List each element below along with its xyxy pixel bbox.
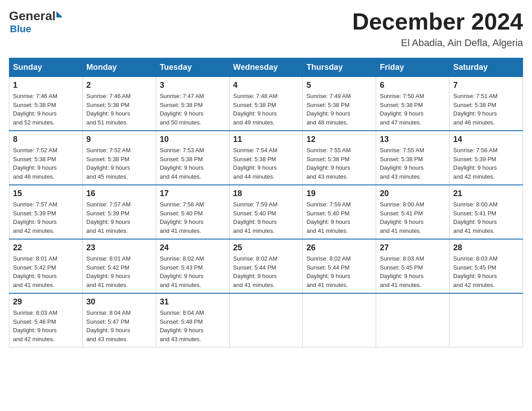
- calendar-cell: 8Sunrise: 7:52 AMSunset: 5:38 PMDaylight…: [9, 131, 83, 185]
- col-header-friday: Friday: [376, 58, 450, 77]
- day-info: Sunrise: 7:48 AMSunset: 5:38 PMDaylight:…: [233, 92, 299, 127]
- day-info: Sunrise: 7:57 AMSunset: 5:39 PMDaylight:…: [13, 200, 79, 235]
- calendar-cell: [229, 293, 303, 347]
- calendar-week-row: 22Sunrise: 8:01 AMSunset: 5:42 PMDayligh…: [9, 239, 523, 293]
- calendar-cell: 26Sunrise: 8:02 AMSunset: 5:44 PMDayligh…: [303, 239, 376, 293]
- day-number: 5: [306, 81, 372, 90]
- calendar-week-row: 8Sunrise: 7:52 AMSunset: 5:38 PMDaylight…: [9, 131, 523, 185]
- calendar-cell: [450, 293, 523, 347]
- logo-triangle-icon: [56, 11, 63, 17]
- day-number: 25: [233, 243, 299, 253]
- day-number: 7: [453, 81, 519, 90]
- day-info: Sunrise: 7:49 AMSunset: 5:38 PMDaylight:…: [306, 92, 372, 127]
- day-info: Sunrise: 7:53 AMSunset: 5:38 PMDaylight:…: [160, 146, 226, 181]
- day-number: 1: [13, 81, 79, 90]
- calendar-cell: 18Sunrise: 7:59 AMSunset: 5:40 PMDayligh…: [229, 185, 303, 239]
- calendar-cell: 9Sunrise: 7:52 AMSunset: 5:38 PMDaylight…: [82, 131, 156, 185]
- day-info: Sunrise: 8:04 AMSunset: 5:48 PMDaylight:…: [160, 308, 226, 343]
- calendar-cell: 11Sunrise: 7:54 AMSunset: 5:38 PMDayligh…: [229, 131, 303, 185]
- day-info: Sunrise: 7:52 AMSunset: 5:38 PMDaylight:…: [13, 146, 79, 181]
- calendar-cell: 29Sunrise: 8:03 AMSunset: 5:46 PMDayligh…: [9, 293, 83, 347]
- day-info: Sunrise: 7:46 AMSunset: 5:38 PMDaylight:…: [86, 92, 152, 127]
- logo: General Blue: [9, 9, 63, 35]
- day-info: Sunrise: 7:47 AMSunset: 5:38 PMDaylight:…: [160, 92, 226, 127]
- calendar-table: SundayMondayTuesdayWednesdayThursdayFrid…: [9, 58, 523, 347]
- day-number: 14: [453, 135, 519, 144]
- day-number: 23: [86, 243, 152, 253]
- calendar-week-row: 15Sunrise: 7:57 AMSunset: 5:39 PMDayligh…: [9, 185, 523, 239]
- logo-general: General: [9, 9, 56, 23]
- day-info: Sunrise: 7:46 AMSunset: 5:38 PMDaylight:…: [13, 92, 79, 127]
- day-info: Sunrise: 8:03 AMSunset: 5:45 PMDaylight:…: [453, 254, 519, 289]
- calendar-cell: 15Sunrise: 7:57 AMSunset: 5:39 PMDayligh…: [9, 185, 83, 239]
- calendar-cell: [303, 293, 376, 347]
- calendar-week-row: 1Sunrise: 7:46 AMSunset: 5:38 PMDaylight…: [9, 77, 523, 131]
- day-info: Sunrise: 8:02 AMSunset: 5:44 PMDaylight:…: [233, 254, 299, 289]
- calendar-cell: 31Sunrise: 8:04 AMSunset: 5:48 PMDayligh…: [156, 293, 229, 347]
- day-number: 16: [86, 189, 152, 198]
- day-number: 11: [233, 135, 299, 144]
- calendar-cell: 7Sunrise: 7:51 AMSunset: 5:38 PMDaylight…: [450, 77, 523, 131]
- day-info: Sunrise: 7:59 AMSunset: 5:40 PMDaylight:…: [306, 200, 372, 235]
- calendar-cell: 17Sunrise: 7:58 AMSunset: 5:40 PMDayligh…: [156, 185, 229, 239]
- calendar-cell: 2Sunrise: 7:46 AMSunset: 5:38 PMDaylight…: [82, 77, 156, 131]
- day-number: 15: [13, 189, 79, 198]
- calendar-cell: 22Sunrise: 8:01 AMSunset: 5:42 PMDayligh…: [9, 239, 83, 293]
- calendar-cell: [376, 293, 450, 347]
- col-header-monday: Monday: [82, 58, 156, 77]
- day-number: 28: [453, 243, 519, 253]
- day-info: Sunrise: 8:00 AMSunset: 5:41 PMDaylight:…: [380, 200, 446, 235]
- day-number: 8: [13, 135, 79, 144]
- day-info: Sunrise: 8:04 AMSunset: 5:47 PMDaylight:…: [86, 308, 152, 343]
- calendar-cell: 3Sunrise: 7:47 AMSunset: 5:38 PMDaylight…: [156, 77, 229, 131]
- day-info: Sunrise: 8:01 AMSunset: 5:42 PMDaylight:…: [13, 254, 79, 289]
- calendar-header-row: SundayMondayTuesdayWednesdayThursdayFrid…: [9, 58, 523, 77]
- col-header-thursday: Thursday: [303, 58, 376, 77]
- calendar-cell: 20Sunrise: 8:00 AMSunset: 5:41 PMDayligh…: [376, 185, 450, 239]
- day-info: Sunrise: 7:54 AMSunset: 5:38 PMDaylight:…: [233, 146, 299, 181]
- day-info: Sunrise: 8:02 AMSunset: 5:43 PMDaylight:…: [160, 254, 226, 289]
- calendar-cell: 14Sunrise: 7:56 AMSunset: 5:39 PMDayligh…: [450, 131, 523, 185]
- day-info: Sunrise: 7:56 AMSunset: 5:39 PMDaylight:…: [453, 146, 519, 181]
- calendar-cell: 13Sunrise: 7:55 AMSunset: 5:38 PMDayligh…: [376, 131, 450, 185]
- day-info: Sunrise: 7:50 AMSunset: 5:38 PMDaylight:…: [380, 92, 446, 127]
- day-info: Sunrise: 7:55 AMSunset: 5:38 PMDaylight:…: [380, 146, 446, 181]
- page-header: General Blue December 2024 El Abadia, Ai…: [9, 9, 523, 49]
- day-number: 31: [160, 297, 226, 307]
- day-info: Sunrise: 8:03 AMSunset: 5:45 PMDaylight:…: [380, 254, 446, 289]
- day-info: Sunrise: 7:55 AMSunset: 5:38 PMDaylight:…: [306, 146, 372, 181]
- day-number: 29: [13, 297, 79, 307]
- day-number: 19: [306, 189, 372, 198]
- day-info: Sunrise: 7:52 AMSunset: 5:38 PMDaylight:…: [86, 146, 152, 181]
- day-info: Sunrise: 8:00 AMSunset: 5:41 PMDaylight:…: [453, 200, 519, 235]
- day-info: Sunrise: 7:57 AMSunset: 5:39 PMDaylight:…: [86, 200, 152, 235]
- calendar-cell: 25Sunrise: 8:02 AMSunset: 5:44 PMDayligh…: [229, 239, 303, 293]
- day-number: 6: [380, 81, 446, 90]
- calendar-week-row: 29Sunrise: 8:03 AMSunset: 5:46 PMDayligh…: [9, 293, 523, 347]
- calendar-title: December 2024: [352, 9, 523, 34]
- day-number: 27: [380, 243, 446, 253]
- calendar-cell: 24Sunrise: 8:02 AMSunset: 5:43 PMDayligh…: [156, 239, 229, 293]
- day-info: Sunrise: 7:59 AMSunset: 5:40 PMDaylight:…: [233, 200, 299, 235]
- col-header-wednesday: Wednesday: [229, 58, 303, 77]
- logo-text: General: [9, 9, 63, 23]
- day-number: 30: [86, 297, 152, 307]
- day-info: Sunrise: 8:03 AMSunset: 5:46 PMDaylight:…: [13, 308, 79, 343]
- day-number: 9: [86, 135, 152, 144]
- calendar-cell: 19Sunrise: 7:59 AMSunset: 5:40 PMDayligh…: [303, 185, 376, 239]
- logo-blue-label: Blue: [10, 23, 31, 35]
- calendar-subtitle: El Abadia, Ain Defla, Algeria: [352, 37, 523, 49]
- day-number: 21: [453, 189, 519, 198]
- calendar-cell: 30Sunrise: 8:04 AMSunset: 5:47 PMDayligh…: [82, 293, 156, 347]
- day-info: Sunrise: 7:51 AMSunset: 5:38 PMDaylight:…: [453, 92, 519, 127]
- title-section: December 2024 El Abadia, Ain Defla, Alge…: [352, 9, 523, 49]
- col-header-saturday: Saturday: [450, 58, 523, 77]
- calendar-cell: 21Sunrise: 8:00 AMSunset: 5:41 PMDayligh…: [450, 185, 523, 239]
- day-number: 24: [160, 243, 226, 253]
- calendar-cell: 6Sunrise: 7:50 AMSunset: 5:38 PMDaylight…: [376, 77, 450, 131]
- day-number: 18: [233, 189, 299, 198]
- day-number: 10: [160, 135, 226, 144]
- day-info: Sunrise: 8:01 AMSunset: 5:42 PMDaylight:…: [86, 254, 152, 289]
- calendar-cell: 27Sunrise: 8:03 AMSunset: 5:45 PMDayligh…: [376, 239, 450, 293]
- day-number: 2: [86, 81, 152, 90]
